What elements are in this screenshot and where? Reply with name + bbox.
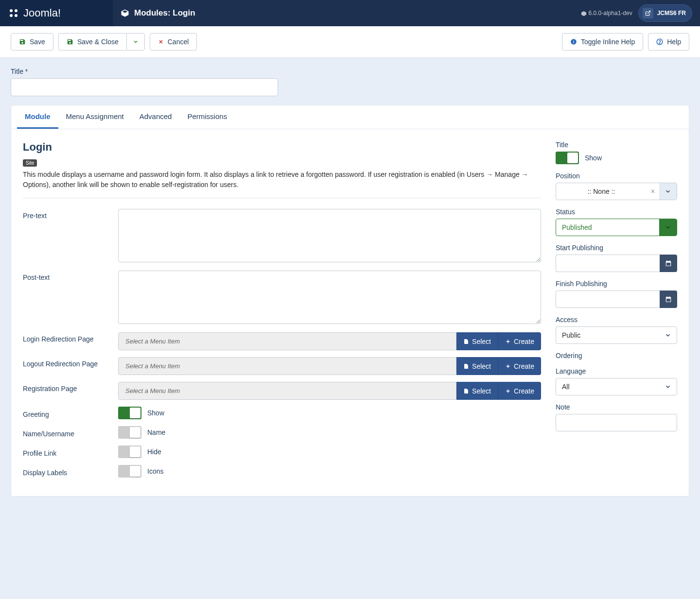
svg-point-1: [15, 9, 18, 12]
profile-link-label: Profile Link: [23, 446, 118, 457]
save-icon: [19, 38, 26, 45]
name-username-toggle[interactable]: [118, 426, 141, 439]
login-redirect-label: Login Redirection Page: [23, 332, 118, 350]
access-select[interactable]: Public: [556, 326, 677, 344]
profile-link-state: Hide: [147, 448, 161, 456]
start-publishing-calendar-button[interactable]: [660, 255, 677, 272]
status-label: Status: [556, 208, 677, 216]
svg-point-2: [10, 14, 13, 17]
title-field: Title *: [11, 68, 689, 96]
chevron-down-icon: [133, 39, 139, 45]
finish-publishing-label: Finish Publishing: [556, 280, 677, 288]
profile-link-toggle[interactable]: [118, 445, 141, 458]
side-title-state: Show: [585, 154, 602, 162]
start-publishing-input[interactable]: [556, 255, 660, 272]
user-menu[interactable]: JCMS6 FR: [638, 4, 692, 22]
chevron-down-icon: [659, 183, 677, 200]
position-select[interactable]: :: None :: ✕: [556, 183, 677, 200]
note-input[interactable]: [556, 414, 677, 431]
svg-point-3: [15, 14, 18, 17]
display-labels-state: Icons: [147, 467, 163, 475]
tab-menu-assignment[interactable]: Menu Assignment: [58, 105, 132, 129]
svg-point-0: [10, 9, 13, 12]
box-icon: [121, 9, 129, 17]
module-description: This module displays a username and pass…: [23, 170, 541, 190]
position-clear[interactable]: ✕: [647, 183, 659, 200]
pretext-textarea[interactable]: [118, 209, 541, 262]
posttext-textarea[interactable]: [118, 271, 541, 324]
status-select[interactable]: Published: [556, 219, 677, 236]
title-input[interactable]: [11, 78, 278, 96]
joomla-icon: [8, 7, 19, 19]
close-icon: [158, 39, 164, 45]
side-title-toggle[interactable]: [556, 152, 579, 164]
save-button[interactable]: Save: [11, 33, 53, 51]
finish-publishing-input[interactable]: [556, 291, 660, 308]
toggle-help-button[interactable]: Toggle Inline Help: [562, 33, 643, 51]
logout-redirect-display: Select a Menu Item: [118, 357, 456, 375]
file-icon: [463, 338, 469, 345]
brand-logo[interactable]: Joomla!: [0, 0, 113, 26]
brand-text: Joomla!: [23, 7, 61, 19]
tab-module[interactable]: Module: [17, 105, 58, 129]
finish-publishing-calendar-button[interactable]: [660, 291, 677, 308]
calendar-icon: [665, 296, 672, 303]
save-dropdown-button[interactable]: [126, 33, 145, 51]
file-icon: [463, 363, 469, 370]
position-label: Position: [556, 172, 677, 180]
app-header: Joomla! Modules: Login 6.0.0-alpha1-dev …: [0, 0, 700, 26]
svg-point-6: [660, 43, 660, 43]
page-title: Modules: Login: [113, 8, 203, 18]
external-link-icon: [643, 8, 653, 18]
toolbar: Save Save & Close Cancel Toggle Inline H…: [0, 26, 700, 58]
help-button[interactable]: Help: [648, 33, 689, 51]
greeting-state: Show: [147, 409, 164, 417]
chevron-down-icon: [659, 378, 677, 395]
side-title-label: Title: [556, 141, 677, 149]
login-redirect-create-button[interactable]: Create: [498, 332, 541, 350]
chevron-down-icon: [659, 219, 677, 236]
registration-page-label: Registration Page: [23, 382, 118, 400]
ordering-label: Ordering: [556, 352, 677, 359]
access-label: Access: [556, 316, 677, 324]
name-username-label: Name/Username: [23, 427, 118, 438]
display-labels-label: Display Labels: [23, 466, 118, 477]
tabs: Module Menu Assignment Advanced Permissi…: [11, 105, 689, 129]
save-icon: [67, 38, 73, 45]
logout-redirect-select-button[interactable]: Select: [456, 357, 498, 375]
start-publishing-label: Start Publishing: [556, 244, 677, 252]
version-badge[interactable]: 6.0.0-alpha1-dev: [581, 10, 632, 17]
main-panel: Module Menu Assignment Advanced Permissi…: [11, 105, 689, 496]
registration-page-create-button[interactable]: Create: [498, 382, 541, 400]
language-label: Language: [556, 367, 677, 375]
page-title-text: Modules: Login: [134, 8, 195, 18]
chevron-down-icon: [659, 327, 677, 343]
save-close-button[interactable]: Save & Close: [58, 33, 126, 51]
plus-icon: [505, 339, 511, 344]
registration-page-display: Select a Menu Item: [118, 382, 456, 400]
logout-redirect-label: Logout Redirection Page: [23, 357, 118, 375]
cancel-button[interactable]: Cancel: [150, 33, 197, 51]
logout-redirect-create-button[interactable]: Create: [498, 357, 541, 375]
note-label: Note: [556, 403, 677, 411]
tab-permissions[interactable]: Permissions: [179, 105, 235, 129]
display-labels-toggle[interactable]: [118, 465, 141, 478]
info-icon: [570, 38, 577, 45]
language-select[interactable]: All: [556, 378, 677, 395]
plus-icon: [505, 363, 511, 369]
title-label: Title *: [11, 68, 689, 75]
greeting-toggle[interactable]: [118, 407, 141, 419]
registration-page-select-button[interactable]: Select: [456, 382, 498, 400]
calendar-icon: [665, 260, 672, 267]
login-redirect-select-button[interactable]: Select: [456, 332, 498, 350]
user-name: JCMS6 FR: [657, 10, 686, 17]
save-close-group: Save & Close: [58, 33, 145, 51]
pretext-label: Pre-text: [23, 209, 118, 264]
greeting-label: Greeting: [23, 408, 118, 418]
login-redirect-display: Select a Menu Item: [118, 332, 456, 350]
name-username-state: Name: [147, 428, 165, 436]
file-icon: [463, 388, 469, 394]
module-heading: Login: [23, 141, 541, 154]
tab-advanced[interactable]: Advanced: [132, 105, 180, 129]
question-icon: [656, 38, 663, 45]
